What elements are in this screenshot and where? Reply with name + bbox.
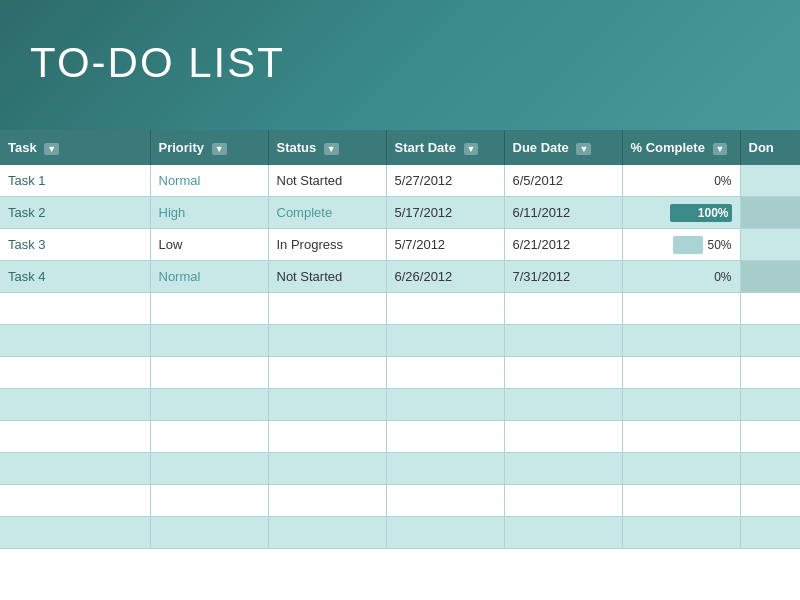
col-header-complete: % Complete ▼ [622, 130, 740, 165]
cell-startdate: 5/17/2012 [386, 197, 504, 229]
empty-cell [0, 453, 150, 485]
empty-cell [386, 357, 504, 389]
cell-startdate: 5/27/2012 [386, 165, 504, 197]
cell-status: In Progress [268, 229, 386, 261]
empty-row [0, 453, 800, 485]
col-duedate-label: Due Date [513, 140, 569, 155]
empty-cell [740, 293, 800, 325]
empty-row [0, 421, 800, 453]
task-dropdown-arrow[interactable]: ▼ [44, 143, 59, 155]
empty-cell [386, 389, 504, 421]
table-row: Task 3LowIn Progress5/7/20126/21/2012 50… [0, 229, 800, 261]
empty-cell [622, 517, 740, 549]
empty-cell [268, 517, 386, 549]
col-complete-label: % Complete [631, 140, 705, 155]
cell-task[interactable]: Task 4 [0, 261, 150, 293]
cell-task[interactable]: Task 2 [0, 197, 150, 229]
empty-cell [150, 293, 268, 325]
empty-cell [0, 357, 150, 389]
empty-cell [504, 485, 622, 517]
empty-cell [504, 421, 622, 453]
empty-cell [0, 293, 150, 325]
table-row: Task 2HighComplete5/17/20126/11/2012 100… [0, 197, 800, 229]
empty-cell [0, 421, 150, 453]
col-done-label: Don [749, 140, 774, 155]
cell-priority: High [150, 197, 268, 229]
cell-status: Not Started [268, 261, 386, 293]
empty-cell [504, 517, 622, 549]
empty-cell [0, 325, 150, 357]
col-priority-label: Priority [159, 140, 205, 155]
empty-cell [386, 293, 504, 325]
cell-status: Complete [268, 197, 386, 229]
empty-cell [386, 325, 504, 357]
cell-pct-complete: 50% [622, 229, 740, 261]
table-row: Task 1NormalNot Started5/27/20126/5/2012… [0, 165, 800, 197]
cell-status: Not Started [268, 165, 386, 197]
empty-cell [268, 421, 386, 453]
empty-row [0, 325, 800, 357]
cell-pct-complete: 0% [622, 165, 740, 197]
pct-text-0: 0% [714, 270, 731, 284]
empty-cell [504, 293, 622, 325]
table-row: Task 4NormalNot Started6/26/20127/31/201… [0, 261, 800, 293]
cell-duedate: 6/21/2012 [504, 229, 622, 261]
empty-cell [622, 293, 740, 325]
empty-cell [622, 421, 740, 453]
empty-cell [150, 325, 268, 357]
table-container: Task ▼ Priority ▼ Status ▼ Start Date ▼ … [0, 130, 800, 549]
col-startdate-label: Start Date [395, 140, 456, 155]
empty-cell [0, 389, 150, 421]
pct-text-100: 100% [698, 206, 729, 220]
status-dropdown-arrow[interactable]: ▼ [324, 143, 339, 155]
empty-cell [622, 325, 740, 357]
col-header-status: Status ▼ [268, 130, 386, 165]
cell-task[interactable]: Task 3 [0, 229, 150, 261]
empty-cell [386, 421, 504, 453]
cell-priority: Normal [150, 165, 268, 197]
empty-row [0, 357, 800, 389]
complete-dropdown-arrow[interactable]: ▼ [713, 143, 728, 155]
progress-bar-100: 100% [670, 204, 732, 222]
pct-text-0: 0% [714, 174, 731, 188]
empty-cell [268, 293, 386, 325]
col-header-task: Task ▼ [0, 130, 150, 165]
empty-row [0, 485, 800, 517]
cell-duedate: 6/11/2012 [504, 197, 622, 229]
empty-cell [150, 453, 268, 485]
empty-cell [150, 357, 268, 389]
cell-task[interactable]: Task 1 [0, 165, 150, 197]
cell-startdate: 6/26/2012 [386, 261, 504, 293]
empty-cell [150, 421, 268, 453]
empty-cell [150, 517, 268, 549]
cell-pct-complete: 100% [622, 197, 740, 229]
empty-cell [268, 485, 386, 517]
header: TO-DO LIST [0, 0, 800, 130]
col-task-label: Task [8, 140, 37, 155]
empty-cell [150, 389, 268, 421]
empty-cell [504, 357, 622, 389]
priority-dropdown-arrow[interactable]: ▼ [212, 143, 227, 155]
col-header-duedate: Due Date ▼ [504, 130, 622, 165]
todo-table: Task ▼ Priority ▼ Status ▼ Start Date ▼ … [0, 130, 800, 549]
empty-cell [268, 357, 386, 389]
empty-cell [504, 453, 622, 485]
cell-startdate: 5/7/2012 [386, 229, 504, 261]
col-header-priority: Priority ▼ [150, 130, 268, 165]
cell-priority: Low [150, 229, 268, 261]
empty-cell [0, 517, 150, 549]
empty-cell [268, 325, 386, 357]
startdate-dropdown-arrow[interactable]: ▼ [464, 143, 479, 155]
empty-cell [740, 325, 800, 357]
table-header-row: Task ▼ Priority ▼ Status ▼ Start Date ▼ … [0, 130, 800, 165]
empty-cell [386, 453, 504, 485]
cell-pct-complete: 0% [622, 261, 740, 293]
empty-cell [268, 453, 386, 485]
empty-cell [504, 389, 622, 421]
duedate-dropdown-arrow[interactable]: ▼ [576, 143, 591, 155]
page-title: TO-DO LIST [30, 39, 285, 87]
empty-cell [622, 389, 740, 421]
empty-cell [268, 389, 386, 421]
progress-bar-50 [673, 236, 703, 254]
empty-cell [150, 485, 268, 517]
